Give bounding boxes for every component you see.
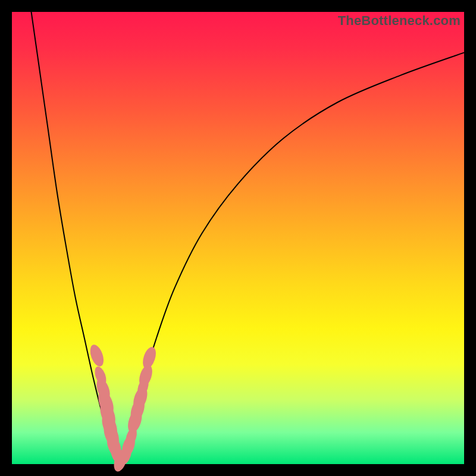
right-branch-line — [120, 52, 464, 464]
chart-frame: TheBottleneck.com — [12, 12, 464, 464]
marker-group — [87, 343, 158, 473]
data-marker — [140, 345, 158, 370]
chart-svg — [12, 12, 464, 464]
watermark-text: TheBottleneck.com — [338, 13, 461, 29]
